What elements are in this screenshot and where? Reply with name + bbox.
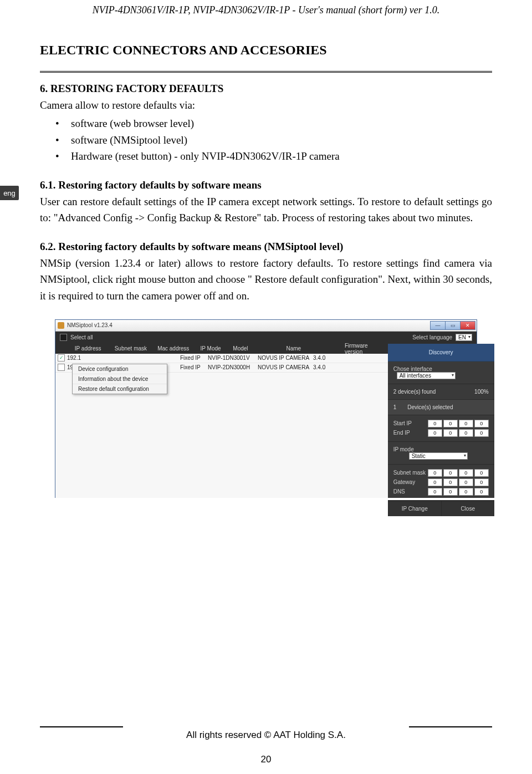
ctx-device-info[interactable]: Information about the device [73,374,167,384]
window-title: NMSiptool v1.23.4 [67,322,112,328]
gateway-input[interactable] [428,478,489,486]
cell-ip: 192.1 [67,355,103,361]
subnet-input[interactable] [428,469,489,477]
cell-fw: 3.4.0 [313,355,325,361]
paragraph: User can restore default settings of the… [40,194,492,226]
list-item: Hardware (reset button) - only NVIP-4DN3… [40,148,492,164]
cell-model: NVIP-2DN3000H [208,364,258,370]
end-ip-label: End IP [393,430,428,436]
double-rule [40,71,492,73]
window-titlebar[interactable]: NMSiptool v1.23.4 — ▭ ✕ [55,320,477,332]
bullet-list: software (web browser level) software (N… [40,115,492,164]
col-ip: IP address [71,345,111,352]
copyright: All rights reserved © AAT Holding S.A. [0,730,532,741]
col-model: Model [229,345,283,352]
language-select[interactable]: EN [456,334,472,341]
gateway-label: Gateway [393,479,428,485]
ctx-restore-defaults[interactable]: Restore default configuration [73,384,167,394]
cell-model: NVIP-1DN3001V [208,355,258,361]
select-language-label: Select language [412,334,452,340]
nmsiptool-window: NMSiptool v1.23.4 — ▭ ✕ Select all Selec… [55,319,477,498]
ip-change-button[interactable]: IP Change [388,501,441,516]
cell-mode: Fixed IP [180,355,208,361]
interface-select[interactable]: All interfaces [397,372,456,379]
heading-6-2: 6.2. Restoring factory defaults by softw… [40,241,492,253]
page-number: 20 [0,754,532,765]
selected-count: 1 [393,404,397,410]
footer-rules [40,726,492,727]
dns-label: DNS [393,488,428,495]
side-panel: Discovery Chose interface All interfaces… [388,344,494,498]
table-row[interactable]: 192.1 Fixed IP NVIP-1DN3001V NOVUS IP CA… [55,354,388,363]
list-item: software (NMSiptool level) [40,132,492,148]
close-panel-button[interactable]: Close [441,501,494,516]
device-list: IP address Subnet mask Mac address IP Mo… [55,344,388,498]
ctx-device-config[interactable]: Device configuration [73,364,167,374]
selected-label: Device(s) selected [407,404,453,410]
select-all-label: Select all [70,334,93,340]
end-ip-input[interactable] [428,429,489,437]
heading-6-1: 6.1. Restoring factory defaults by softw… [40,179,492,191]
ip-mode-select[interactable]: Static [409,452,468,460]
row-checkbox[interactable] [58,364,65,371]
dns-input[interactable] [428,488,489,496]
devices-found-label: 2 device(s) found [393,389,436,395]
start-ip-label: Start IP [393,420,428,426]
minimize-button[interactable]: — [430,321,446,330]
context-menu[interactable]: Device configuration Information about t… [72,364,167,394]
subnet-label: Subnet mask [393,470,428,476]
col-ipmode: IP Mode [197,345,230,352]
cell-name: NOVUS IP CAMERA [258,364,313,370]
app-icon [58,322,64,329]
start-ip-input[interactable] [428,420,489,427]
select-all-checkbox[interactable] [60,334,67,341]
language-tab: eng [0,186,19,200]
paragraph: NMSip (version 1.23.4 or later) allows t… [40,255,492,304]
discovery-button[interactable]: Discovery [388,344,494,361]
cell-name: NOVUS IP CAMERA [258,355,313,361]
paragraph: Camera allow to restore defaults via: [40,97,492,113]
devices-found-pct: 100% [474,389,489,395]
col-fw: Firmware version [341,343,388,355]
running-head: NVIP-4DN3061V/IR-1P, NVIP-4DN3062V/IR-1P… [40,0,492,16]
close-button[interactable]: ✕ [460,321,475,330]
col-name: Name [283,345,341,352]
chose-interface-label: Chose interface [393,366,432,372]
ip-mode-label: IP mode [393,446,414,452]
section-title: ELECTRIC CONNECTORS AND ACCESORIES [40,43,492,58]
row-checkbox[interactable] [58,354,65,361]
heading-6: 6. RESTORING FACTORY DEFAULTS [40,83,492,95]
col-mac: Mac address [154,345,197,352]
maximize-button[interactable]: ▭ [445,321,461,330]
list-item: software (web browser level) [40,115,492,131]
cell-fw: 3.4.0 [313,364,325,370]
device-list-header: IP address Subnet mask Mac address IP Mo… [55,344,388,354]
cell-mode: Fixed IP [180,364,208,370]
col-subnet: Subnet mask [111,345,154,352]
toolbar: Select all Select language EN [55,332,477,344]
